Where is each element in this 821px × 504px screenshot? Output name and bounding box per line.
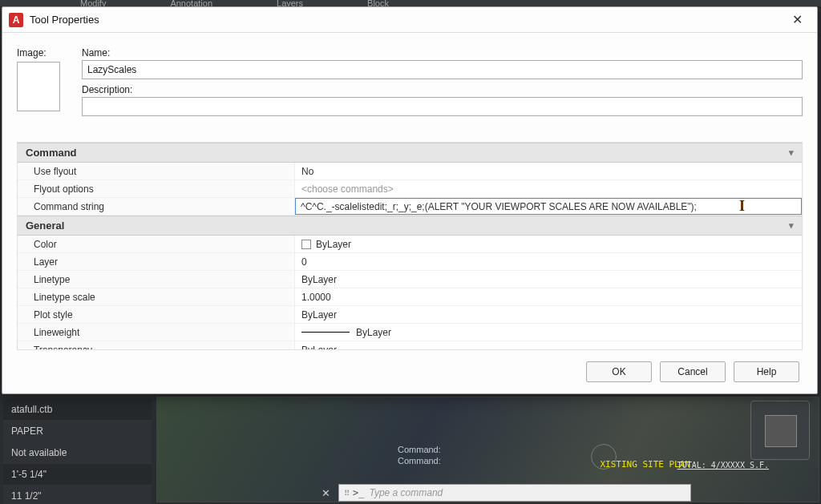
prop-label: Command string <box>18 198 295 215</box>
prop-label: Layer <box>18 253 295 270</box>
prop-row-use-flyout[interactable]: Use flyout No <box>18 163 802 180</box>
color-swatch-icon <box>301 240 311 249</box>
prop-row-linetype[interactable]: Linetype ByLayer <box>18 271 802 288</box>
view-cube[interactable] <box>750 401 810 460</box>
prop-label: Flyout options <box>18 180 295 197</box>
cancel-button[interactable]: Cancel <box>660 361 726 382</box>
command-line[interactable]: ✕ ⠿ >_ Type a command <box>338 484 691 502</box>
description-input[interactable] <box>82 97 803 116</box>
prop-value[interactable]: <choose commands> <box>295 180 802 197</box>
section-header-general[interactable]: General ▾ <box>18 216 802 236</box>
prop-label: Transparency <box>18 341 295 350</box>
name-label: Name: <box>82 47 803 58</box>
prop-value[interactable]: 1.0000 <box>295 288 802 305</box>
lineweight-sample-icon <box>301 332 350 333</box>
prop-row-flyout-options[interactable]: Flyout options <choose commands> <box>18 180 802 198</box>
app-icon: A <box>9 13 23 27</box>
compass-icon <box>591 444 617 470</box>
list-item[interactable]: Not available <box>3 442 152 464</box>
close-icon[interactable]: ✕ <box>322 487 330 499</box>
prop-row-plot-style[interactable]: Plot style ByLayer <box>18 306 802 324</box>
tool-image-box[interactable] <box>17 62 60 111</box>
prop-value[interactable]: ByLayer <box>295 306 802 323</box>
properties-grid: Command ▾ Use flyout No Flyout options <… <box>17 142 803 350</box>
prop-row-transparency[interactable]: Transparency ByLayer <box>18 341 802 350</box>
drag-handle-icon[interactable]: ⠿ <box>344 489 350 498</box>
prop-row-lineweight[interactable]: Lineweight ByLayer <box>18 324 802 341</box>
ok-button[interactable]: OK <box>586 361 652 382</box>
section-title: Command <box>26 147 77 159</box>
close-button[interactable]: ✕ <box>784 9 811 30</box>
dialog-buttons: OK Cancel Help <box>2 350 817 393</box>
prop-value[interactable]: No <box>295 163 802 179</box>
prop-row-layer[interactable]: Layer 0 <box>18 253 802 271</box>
text-cursor-icon: I <box>739 200 745 212</box>
prop-value[interactable]: ByLayer <box>295 341 802 350</box>
command-placeholder: Type a command <box>369 487 443 498</box>
command-string-text: ^C^C._-scalelistedit;_r;_y;_e;(ALERT "YO… <box>301 201 697 212</box>
dialog-title: Tool Properties <box>30 14 99 26</box>
help-button[interactable]: Help <box>734 361 799 382</box>
command-string-input[interactable]: ^C^C._-scalelistedit;_r;_y;_e;(ALERT "YO… <box>295 198 802 215</box>
list-item[interactable]: 11 1/2" <box>3 486 152 504</box>
list-item[interactable]: PAPER <box>3 421 152 442</box>
prop-value[interactable]: ByLayer <box>295 271 802 288</box>
view-cube-face[interactable] <box>765 415 797 447</box>
background-ribbon: Modify Annotation Layers Block <box>0 0 821 6</box>
chevron-down-icon[interactable]: ▾ <box>789 147 794 158</box>
chevron-down-icon[interactable]: ▾ <box>789 220 794 231</box>
prop-row-linetype-scale[interactable]: Linetype scale 1.0000 <box>18 288 802 306</box>
prop-value[interactable]: ByLayer <box>295 236 802 252</box>
tool-properties-dialog: A Tool Properties ✕ Image: Name: Descrip… <box>2 6 818 394</box>
list-item[interactable]: atafull.ctb <box>3 399 152 421</box>
command-prompt: >_ <box>353 487 364 498</box>
prop-value[interactable]: ByLayer <box>295 324 802 341</box>
properties-panel-background: atafull.ctb PAPER Not available 1'-5 1/4… <box>3 399 152 504</box>
prop-label: Lineweight <box>18 324 295 341</box>
prop-row-color[interactable]: Color ByLayer <box>18 236 802 253</box>
prop-label: Linetype scale <box>18 288 295 305</box>
prop-label: Plot style <box>18 306 295 323</box>
command-history: Command: Command: <box>398 444 441 466</box>
total-area-text: TOTAL: 4/XXXXX S.F. <box>677 461 769 470</box>
list-item[interactable]: 1'-5 1/4" <box>3 464 152 486</box>
section-title: General <box>26 220 64 232</box>
prop-value-text: ByLayer <box>356 327 391 338</box>
prop-value-text: ByLayer <box>316 239 351 250</box>
prop-label: Linetype <box>18 271 295 288</box>
name-input[interactable] <box>82 60 803 79</box>
prop-value[interactable]: 0 <box>295 253 802 270</box>
image-label: Image: <box>17 47 69 58</box>
prop-label: Color <box>18 236 295 252</box>
dialog-titlebar[interactable]: A Tool Properties ✕ <box>2 7 817 33</box>
description-label: Description: <box>82 84 803 95</box>
prop-label: Use flyout <box>18 163 295 179</box>
prop-row-command-string[interactable]: Command string ^C^C._-scalelistedit;_r;_… <box>18 198 802 216</box>
section-header-command[interactable]: Command ▾ <box>18 143 802 163</box>
